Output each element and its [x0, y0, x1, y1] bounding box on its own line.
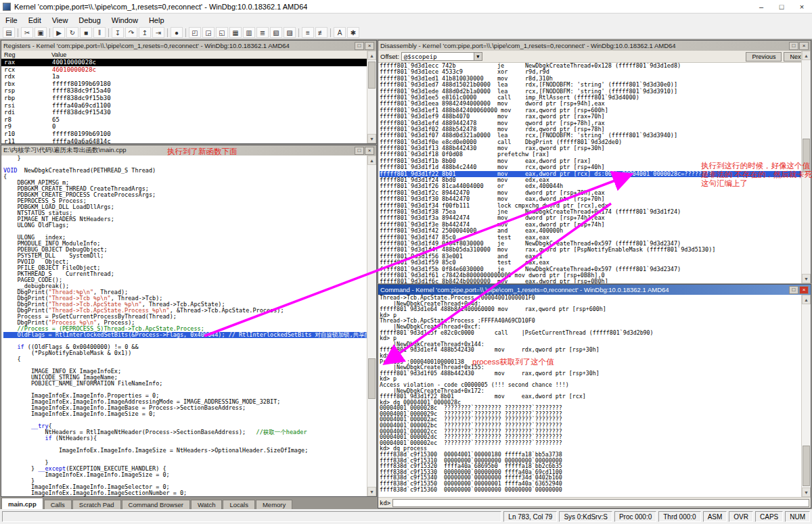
call-stack-window-icon[interactable]: ≣ [256, 27, 269, 38]
breakpoint-icon[interactable]: ● [171, 27, 183, 38]
menu-debug[interactable]: Debug [73, 15, 106, 26]
go-icon[interactable]: ▶ [53, 27, 65, 38]
menu-help[interactable]: Help [143, 15, 170, 26]
previous-button[interactable]: Previous [746, 52, 782, 62]
source-line: POBJECT_NAME_INFORMATION FileNameInfo; [3, 381, 367, 387]
locals-window-icon[interactable]: ◱ [216, 27, 228, 38]
register-row[interactable]: r11ffffa40a6a64814c [1, 138, 367, 143]
source-maximize-button[interactable]: □ [355, 147, 364, 155]
scroll-down-icon[interactable]: ▼ [367, 487, 376, 496]
register-row[interactable]: rbxfffff80199b69180 [1, 80, 367, 88]
source-scroll-thumb[interactable] [368, 358, 376, 399]
source-mode-off-icon[interactable]: ≢ [315, 27, 328, 38]
disassembly-close-button[interactable]: × [799, 42, 809, 50]
restart-icon[interactable]: ↻ [66, 27, 78, 38]
scroll-up-icon[interactable]: ▲ [367, 51, 376, 60]
registers-close-button[interactable]: × [365, 42, 374, 50]
command-input[interactable] [392, 499, 809, 507]
source-close-button[interactable]: × [365, 147, 374, 155]
step-into-icon[interactable]: ↧ [112, 27, 124, 38]
watch-window-icon[interactable]: ◲ [202, 27, 215, 38]
disassembly-maximize-button[interactable]: □ [789, 42, 798, 50]
status-field-num: NUM [785, 511, 810, 522]
options-icon[interactable]: ✱ [347, 27, 359, 38]
scroll-up-icon[interactable]: ▲ [367, 156, 376, 165]
font-icon[interactable]: A [334, 27, 346, 38]
register-row[interactable]: r10fffff80199b69100 [1, 130, 367, 138]
disasm-line[interactable]: fffff801`9d3d1f6c 8b8424b0000000 mov eax… [380, 279, 801, 283]
cut-icon[interactable]: ✂ [21, 27, 33, 38]
menu-window[interactable]: Window [106, 15, 143, 26]
menu-file[interactable]: File [0, 15, 23, 26]
source-scrollbar[interactable]: ▲ ▼ [367, 156, 376, 496]
register-row[interactable]: rcx46010000028c [1, 66, 367, 74]
step-over-icon[interactable]: ↷ [125, 27, 137, 38]
command-titlebar[interactable]: Command - Kernel 'com:pipe,port=\\.\pipe… [378, 285, 811, 295]
registers-window-icon[interactable]: ▦ [229, 27, 242, 38]
registers-scrollbar[interactable]: ▲ ▼ [367, 51, 376, 143]
tab-main-cpp[interactable]: main.cpp [1, 498, 43, 509]
register-row[interactable]: rdx1a [1, 73, 367, 80]
menu-view[interactable]: View [47, 15, 74, 26]
source-line [3, 454, 367, 460]
offset-combo[interactable]: @$scopeip ▼ [401, 52, 482, 61]
register-row[interactable]: rsiffffa40a69cd1100 [1, 102, 367, 110]
register-row[interactable]: rax40010000028c [1, 59, 367, 66]
tab-calls[interactable]: Calls [44, 500, 72, 509]
minim­ize-button[interactable]: – [751, 0, 771, 13]
scratch-pad-icon[interactable]: ▨ [284, 27, 296, 38]
copy-icon[interactable]: ▣ [35, 27, 47, 38]
register-row[interactable]: rbpffff838dc9f15b30 [1, 95, 367, 102]
status-field-caps: CAPS [755, 511, 783, 522]
toolbar-separator [49, 28, 50, 37]
register-name: rdx [1, 73, 49, 80]
memory-window-icon[interactable]: ▥ [243, 27, 255, 38]
command-scrollbar[interactable]: ▲ ▼ [801, 295, 811, 497]
registers-titlebar[interactable]: Registers - Kernel 'com:pipe,port=\\.\pi… [1, 41, 376, 51]
register-row[interactable]: rspffff838dc9f15a40 [1, 87, 367, 95]
scroll-down-icon[interactable]: ▼ [802, 274, 811, 283]
run-to-cursor-icon[interactable]: ⇥ [152, 27, 164, 38]
register-row[interactable]: r90 [1, 123, 367, 130]
disassembly-window-icon[interactable]: ▧ [270, 27, 282, 38]
disassembly-titlebar[interactable]: Disassembly - Kernel 'com:pipe,port=\\.\… [378, 41, 811, 51]
tab-locals[interactable]: Locals [223, 500, 254, 509]
command-output-line: fffff801`9d3d1f05 488b442430 mov rax,qwo… [380, 371, 801, 377]
scroll-up-icon[interactable]: ▲ [802, 295, 811, 304]
tab-watch[interactable]: Watch [191, 500, 223, 509]
command-close-button[interactable]: × [799, 286, 809, 294]
tab-memory[interactable]: Memory [256, 500, 292, 509]
menu-edit[interactable]: Edit [23, 15, 47, 26]
break-icon[interactable]: ‖ [93, 27, 106, 38]
maximize-button[interactable]: □ [771, 0, 792, 13]
chevron-down-icon[interactable]: ▼ [474, 53, 482, 60]
open-source-file-icon[interactable]: ▤ [3, 27, 15, 38]
register-row[interactable]: r865 [1, 116, 367, 124]
status-field-asm: ASM [703, 511, 727, 522]
source-line: ImageInfoEx.ImageInfo.ImageSize = 0; [3, 472, 367, 478]
source-line: } [3, 156, 367, 162]
command-window-icon[interactable]: ◰ [189, 27, 201, 38]
stop-debugging-icon[interactable]: ■ [80, 27, 92, 38]
tab-command-browser[interactable]: Command Browser [122, 500, 190, 509]
command-scroll-thumb[interactable] [803, 446, 810, 486]
source-line: if (NtHeaders){ [3, 435, 367, 442]
status-field-sys-0-kdsrv-s: Sys 0:KdSrv:S [559, 511, 612, 522]
registers-maximize-button[interactable]: □ [355, 42, 364, 50]
register-row[interactable]: rdiffff838dc9f15430 [1, 109, 367, 116]
tab-scratch-pad[interactable]: Scratch Pad [72, 500, 121, 509]
scroll-down-icon[interactable]: ▼ [367, 134, 376, 143]
command-maximize-button[interactable]: □ [789, 286, 798, 294]
register-name: rsi [1, 102, 49, 110]
registers-scroll-thumb[interactable] [368, 62, 376, 89]
scroll-up-icon[interactable]: ▲ [802, 51, 811, 60]
register-value: 0 [49, 123, 55, 130]
toolbar-separator [185, 28, 186, 37]
register-value: ffffa40a69cd1100 [49, 102, 111, 110]
toolbar-separator [18, 28, 18, 37]
close-button[interactable]: × [792, 0, 812, 13]
scroll-down-icon[interactable]: ▼ [802, 487, 811, 497]
step-out-icon[interactable]: ↥ [139, 27, 151, 38]
register-value: 65 [49, 116, 60, 124]
source-mode-on-icon[interactable]: ≡ [302, 27, 314, 38]
